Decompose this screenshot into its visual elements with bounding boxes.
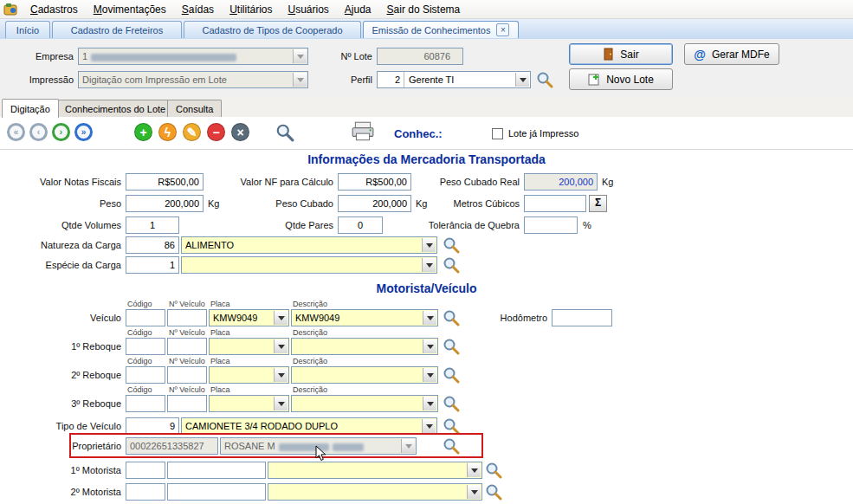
- next-record-button[interactable]: ›: [52, 123, 70, 141]
- chevron-down-icon[interactable]: [423, 397, 436, 410]
- especie-carga-code-field[interactable]: 1: [126, 256, 179, 274]
- veiculo-descricao-combo[interactable]: KMW9049: [291, 309, 438, 326]
- chevron-down-icon[interactable]: [467, 485, 481, 499]
- veiculo-placa-combo[interactable]: KMW9049: [209, 309, 289, 326]
- reboque3-placa-combo[interactable]: [209, 395, 289, 412]
- add-icon[interactable]: +: [134, 123, 152, 141]
- search-icon[interactable]: [485, 462, 502, 479]
- natureza-carga-code-field[interactable]: 86: [126, 236, 179, 254]
- search-icon[interactable]: [443, 338, 460, 355]
- chevron-down-icon[interactable]: [274, 397, 288, 410]
- veiculo-num-field[interactable]: [167, 309, 207, 326]
- search-icon[interactable]: [536, 71, 553, 88]
- metros-cubicos-field[interactable]: [524, 195, 586, 212]
- motorista1-combo[interactable]: [268, 462, 482, 479]
- reboque2-codigo-field[interactable]: [126, 366, 165, 384]
- novo-lote-button[interactable]: Novo Lote: [569, 68, 673, 90]
- search-icon[interactable]: [443, 417, 460, 435]
- tab-inicio[interactable]: Início: [5, 21, 50, 38]
- lightning-icon[interactable]: ϟ: [158, 123, 177, 141]
- natureza-carga-combo[interactable]: ALIMENTO: [181, 236, 437, 254]
- motorista1-codigo-field[interactable]: [126, 462, 165, 479]
- search-icon[interactable]: [443, 309, 460, 326]
- empresa-combo[interactable]: 1: [78, 48, 308, 65]
- peso-field[interactable]: 200,000: [126, 195, 204, 212]
- cancel-x-icon[interactable]: ×: [231, 123, 249, 141]
- lote-impresso-checkbox[interactable]: [492, 128, 503, 139]
- menu-utilitarios[interactable]: Utilitários: [222, 1, 280, 18]
- tipo-veiculo-label: Tipo de Veículo: [4, 417, 121, 435]
- subtab-conhecimentos-do-lote[interactable]: Conhecimentos do Lote: [56, 100, 174, 117]
- especie-carga-combo[interactable]: [181, 256, 437, 274]
- menu-cadastros[interactable]: Cadastros: [23, 1, 86, 18]
- tolerancia-field[interactable]: [524, 216, 578, 234]
- veiculo-codigo-field[interactable]: [126, 309, 165, 326]
- reboque2-placa-combo[interactable]: [209, 366, 289, 384]
- sigma-button[interactable]: Σ: [589, 195, 607, 212]
- chevron-down-icon[interactable]: [274, 311, 288, 325]
- motorista2-doc-field[interactable]: [167, 483, 266, 501]
- chevron-down-icon[interactable]: [274, 339, 288, 353]
- motorista1-doc-field[interactable]: [167, 462, 266, 479]
- menu-movimentacoes[interactable]: Movimentações: [86, 1, 174, 18]
- chevron-down-icon[interactable]: [515, 73, 529, 87]
- reboque1-codigo-field[interactable]: [126, 338, 165, 355]
- reboque1-num-field[interactable]: [167, 338, 207, 355]
- perfil-combo[interactable]: 2Gerente TI: [377, 71, 531, 88]
- menu-ajuda[interactable]: Ajuda: [337, 1, 379, 18]
- gerar-mdfe-button[interactable]: @ Gerar MDFe: [684, 43, 779, 65]
- chevron-down-icon[interactable]: [293, 73, 307, 87]
- first-record-button[interactable]: «: [7, 123, 25, 141]
- reboque2-num-field[interactable]: [167, 366, 207, 384]
- menu-saidas[interactable]: Saídas: [174, 1, 222, 18]
- impressao-combo[interactable]: Digitação com Impressão em Lote: [78, 71, 308, 88]
- valor-notas-field[interactable]: R$500,00: [126, 173, 204, 191]
- peso-cubado-field[interactable]: 200,000: [338, 195, 411, 212]
- qtde-volumes-field[interactable]: 1: [126, 216, 179, 234]
- motorista2-codigo-field[interactable]: [126, 483, 165, 501]
- menu-sair-do-sistema[interactable]: Sair do Sistema: [379, 1, 469, 18]
- search-icon[interactable]: [443, 236, 460, 254]
- printer-icon[interactable]: [351, 121, 375, 144]
- close-icon[interactable]: ×: [496, 23, 509, 36]
- chevron-down-icon[interactable]: [293, 49, 307, 63]
- search-icon[interactable]: [443, 366, 460, 384]
- chevron-down-icon[interactable]: [422, 258, 436, 272]
- search-icon[interactable]: [443, 437, 460, 455]
- chevron-down-icon[interactable]: [467, 463, 481, 477]
- search-icon[interactable]: [275, 123, 293, 140]
- tab-cadastro-freteiros[interactable]: Cadastro de Freteiros: [52, 21, 182, 38]
- subtab-consulta[interactable]: Consulta: [167, 100, 222, 117]
- reboque3-codigo-field[interactable]: [126, 395, 165, 412]
- reboque1-descricao-combo[interactable]: [291, 338, 438, 355]
- delete-minus-icon[interactable]: −: [207, 123, 225, 141]
- chevron-down-icon[interactable]: [422, 238, 436, 252]
- edit-pencil-icon[interactable]: ✎: [183, 123, 201, 141]
- reboque3-descricao-combo[interactable]: [291, 395, 438, 412]
- chevron-down-icon[interactable]: [423, 339, 436, 353]
- chevron-down-icon[interactable]: [423, 311, 436, 325]
- chevron-down-icon[interactable]: [274, 368, 288, 382]
- subtab-digitacao[interactable]: Digitação: [2, 99, 59, 118]
- hodometro-field[interactable]: [552, 309, 612, 326]
- search-icon[interactable]: [443, 395, 460, 412]
- last-record-button[interactable]: »: [74, 123, 93, 141]
- tab-emissao-conhecimentos[interactable]: Emissão de Conhecimentos ×: [363, 21, 519, 38]
- motorista2-combo[interactable]: [268, 483, 482, 501]
- reboque3-num-field[interactable]: [167, 395, 207, 412]
- chevron-down-icon[interactable]: [423, 368, 436, 382]
- tipo-veiculo-combo[interactable]: CAMIONETE 3/4 RODADO DUPLO: [181, 417, 437, 435]
- menu-usuarios[interactable]: Usuários: [280, 1, 336, 18]
- reboque1-placa-combo[interactable]: [209, 338, 289, 355]
- qtde-pares-field[interactable]: 0: [338, 216, 383, 234]
- prev-record-button[interactable]: ‹: [29, 123, 48, 141]
- reboque2-descricao-combo[interactable]: [291, 366, 438, 384]
- tipo-veiculo-code-field[interactable]: 9: [126, 417, 179, 435]
- search-icon[interactable]: [485, 483, 502, 501]
- lote-field[interactable]: 60876: [377, 48, 463, 65]
- chevron-down-icon[interactable]: [422, 419, 436, 433]
- search-icon[interactable]: [443, 256, 460, 274]
- tab-cadastro-tipos-cooperado[interactable]: Cadastro de Tipos de Cooperado: [184, 21, 361, 38]
- sair-button[interactable]: Sair: [569, 43, 673, 65]
- valor-nf-calculo-field[interactable]: R$500,00: [338, 173, 411, 191]
